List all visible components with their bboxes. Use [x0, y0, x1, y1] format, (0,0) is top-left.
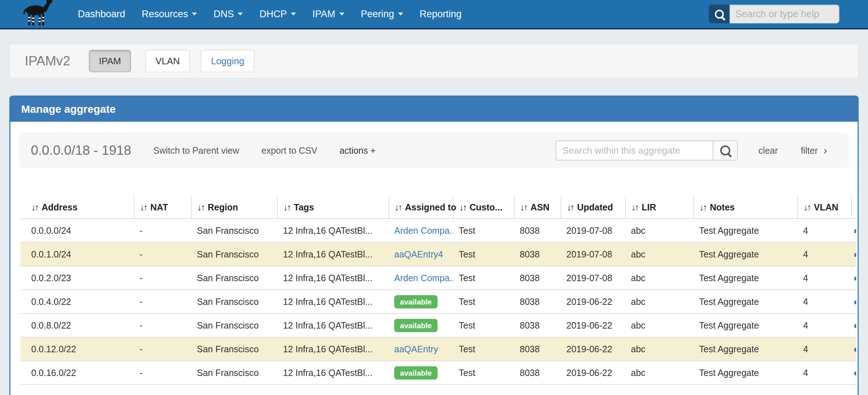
view-switch-card: IPAMv2 IPAM VLAN Logging [9, 44, 859, 78]
cell-clipped [852, 313, 856, 337]
cell-nat: - [134, 290, 192, 313]
assigned-to-link[interactable]: Arden Compa... [394, 226, 453, 236]
available-badge[interactable]: available [394, 319, 438, 332]
sort-icon: ↓↑ [567, 202, 574, 212]
tab-vlan[interactable]: VLAN [145, 50, 190, 72]
tab-logging[interactable]: Logging [201, 50, 254, 72]
cell-address: 0.0.4.0/22 [20, 290, 134, 313]
actions-menu-link[interactable]: actions + [339, 145, 376, 156]
cell-address: 0.0.1.0/24 [20, 242, 134, 266]
sort-icon: ↓↑ [803, 202, 810, 212]
cell-region: San Franscisco [192, 290, 278, 313]
table-row: 0.0.8.0/22 - San Franscisco 12 Infra,16 … [20, 313, 856, 337]
column-header-address[interactable]: ↓↑Address [20, 196, 134, 219]
cell-lir: abc [626, 242, 694, 266]
cell-customer: Test [453, 219, 514, 242]
cell-tags: 12 Infra,16 QATestBl... [278, 290, 389, 313]
cell-vlan: 4 [798, 219, 852, 242]
aggregate-search-input[interactable] [556, 140, 713, 161]
cell-notes: Test Aggregate [694, 290, 798, 313]
nav-item-dns[interactable]: DNS [205, 0, 251, 29]
cell-tags: 12 Infra,16 QATestBl... [278, 242, 389, 266]
cell-vlan: 4 [798, 313, 852, 337]
manage-aggregate-panel: Manage aggregate 0.0.0.0/18 - 1918 Switc… [9, 96, 859, 395]
global-search-button[interactable] [709, 5, 730, 23]
available-badge[interactable]: available [394, 366, 438, 380]
cell-address: 0.0.12.0/22 [20, 337, 134, 361]
assigned-to-link[interactable]: aaQAEntry [394, 344, 438, 354]
sort-icon: ↓↑ [283, 202, 290, 212]
cell-address: 0.0.16.0/22 [20, 361, 134, 385]
nav-item-dashboard[interactable]: Dashboard [70, 0, 133, 29]
clipped-cell-marker [854, 372, 856, 375]
column-header-nat[interactable]: ↓↑NAT [134, 196, 192, 219]
cell-lir: abc [626, 290, 694, 313]
global-search-input[interactable] [730, 5, 839, 23]
cell-notes: Test Aggregate [694, 242, 798, 266]
export-csv-link[interactable]: export to CSV [261, 145, 317, 156]
column-header-asn[interactable]: ↓↑ASN [514, 196, 561, 219]
cell-updated: 2019-06-22 [561, 337, 626, 361]
okapi-logo [18, 0, 58, 28]
cell-region: San Franscisco [192, 313, 278, 337]
aggregate-search-button[interactable] [713, 140, 738, 161]
column-header-assigned-to[interactable]: ↓↑Assigned to [389, 196, 453, 219]
nav-item-reporting[interactable]: Reporting [411, 0, 470, 29]
switch-parent-view-link[interactable]: Switch to Parent view [154, 145, 239, 156]
nav-item-dhcp[interactable]: DHCP [251, 0, 304, 29]
table-row: 0.0.16.0/22 - San Franscisco 12 Infra,16… [20, 361, 856, 385]
cell-updated: 2019-06-22 [561, 290, 626, 313]
table-header-row: ↓↑Address ↓↑NAT ↓↑Region ↓↑Tags ↓↑Assign… [20, 196, 856, 219]
cell-assigned-to: Arden Compa... [389, 266, 453, 290]
cell-assigned-to: available [389, 313, 453, 337]
cell-assigned-to: available [389, 290, 453, 313]
nav-item-peering[interactable]: Peering [353, 0, 411, 29]
cell-region: San Franscisco [192, 361, 278, 385]
assigned-to-link[interactable]: Arden Compa... [394, 273, 453, 283]
global-search [709, 5, 839, 23]
cell-region: San Franscisco [192, 219, 278, 242]
cell-assigned-to: aaQAEntry [389, 337, 453, 361]
cell-vlan: 4 [798, 290, 852, 313]
sort-icon: ↓↑ [459, 202, 466, 212]
sort-icon: ↓↑ [520, 202, 527, 212]
cell-customer: Test [453, 242, 514, 266]
column-header-notes[interactable]: ↓↑Notes [694, 196, 798, 219]
table-row: 0.0.1.0/24 - San Franscisco 12 Infra,16 … [20, 242, 856, 266]
column-header-vlan[interactable]: ↓↑VLAN [798, 196, 852, 219]
cell-asn: 8038 [514, 337, 561, 361]
cell-notes: Test Aggregate [694, 337, 798, 361]
available-badge[interactable]: available [394, 295, 438, 308]
cell-customer: Test [453, 313, 514, 337]
column-header-tags[interactable]: ↓↑Tags [278, 196, 389, 219]
sort-icon: ↓↑ [31, 202, 38, 212]
column-header-region[interactable]: ↓↑Region [192, 196, 278, 219]
cell-lir: abc [626, 313, 694, 337]
page-title: IPAMv2 [25, 54, 70, 69]
clipped-cell-marker [854, 301, 856, 304]
cell-updated: 2019-07-08 [561, 242, 626, 266]
column-header-updated[interactable]: ↓↑Updated [561, 196, 626, 219]
column-header-customer[interactable]: ↓↑Custo... [453, 196, 514, 219]
cell-nat: - [134, 337, 192, 361]
clipped-cell-marker [854, 324, 856, 328]
caret-down-icon [339, 13, 344, 15]
cell-clipped [852, 242, 856, 266]
column-header-lir[interactable]: ↓↑LIR [626, 196, 694, 219]
sort-icon: ↓↑ [140, 202, 147, 212]
caret-down-icon [192, 13, 197, 15]
table-row: 0.0.2.0/23 - San Franscisco 12 Infra,16 … [20, 266, 856, 290]
clipped-cell-marker [854, 277, 856, 280]
cell-address: 0.0.0.0/24 [20, 219, 134, 242]
nav-item-resources[interactable]: Resources [133, 0, 205, 29]
cell-clipped [852, 290, 856, 313]
clear-filter-link[interactable]: clear [759, 145, 778, 156]
cell-nat: - [134, 219, 192, 242]
cell-assigned-to: available [389, 361, 453, 385]
nav-item-ipam[interactable]: IPAM [304, 0, 353, 29]
tab-ipam[interactable]: IPAM [89, 50, 131, 72]
assigned-to-link[interactable]: aaQAEntry4 [394, 249, 443, 259]
cell-assigned-to: Arden Compa... [389, 219, 453, 242]
filter-link[interactable]: filter › [801, 144, 827, 157]
cell-nat: - [134, 242, 192, 266]
